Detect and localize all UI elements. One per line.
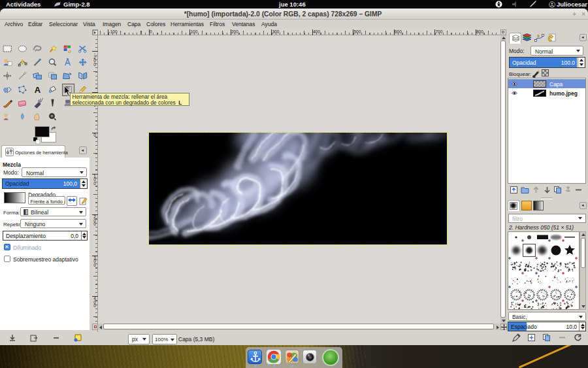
svg-text:A: A (35, 85, 41, 95)
